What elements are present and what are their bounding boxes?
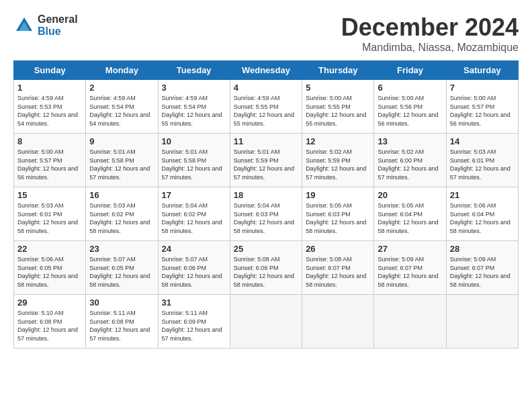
calendar-cell: 12Sunrise: 5:02 AMSunset: 5:59 PMDayligh…: [302, 134, 374, 187]
day-header: Thursday: [302, 61, 374, 80]
day-number: 29: [17, 298, 82, 308]
cell-content: Sunrise: 5:04 AMSunset: 6:03 PMDaylight:…: [234, 202, 294, 234]
cell-content: Sunrise: 5:01 AMSunset: 5:58 PMDaylight:…: [89, 148, 150, 181]
header-section: General Blue December 2024 Mandimba, Nia…: [13, 13, 519, 54]
calendar-cell: 16Sunrise: 5:03 AMSunset: 6:02 PMDayligh…: [86, 187, 158, 241]
calendar-cell: 3Sunrise: 4:59 AMSunset: 5:54 PMDaylight…: [158, 80, 230, 134]
day-number: 28: [450, 244, 515, 254]
calendar-cell: 28Sunrise: 5:09 AMSunset: 6:07 PMDayligh…: [446, 241, 518, 295]
day-header: Monday: [86, 61, 158, 80]
day-number: 1: [17, 83, 82, 93]
cell-content: Sunrise: 4:59 AMSunset: 5:53 PMDaylight:…: [17, 95, 78, 127]
calendar-week-row: 29Sunrise: 5:10 AMSunset: 6:08 PMDayligh…: [14, 295, 519, 349]
logo-icon: [13, 15, 35, 36]
location-title: Mandimba, Niassa, Mozambique: [341, 42, 519, 54]
day-header: Tuesday: [158, 61, 230, 80]
day-number: 5: [306, 83, 370, 93]
calendar-week-row: 15Sunrise: 5:03 AMSunset: 6:01 PMDayligh…: [14, 187, 519, 241]
calendar-cell: 2Sunrise: 4:59 AMSunset: 5:54 PMDaylight…: [86, 80, 158, 134]
calendar-cell: [446, 295, 518, 349]
calendar-cell: 20Sunrise: 5:05 AMSunset: 6:04 PMDayligh…: [374, 187, 446, 241]
calendar-cell: 8Sunrise: 5:00 AMSunset: 5:57 PMDaylight…: [14, 134, 86, 187]
calendar-week-row: 22Sunrise: 5:06 AMSunset: 6:05 PMDayligh…: [14, 241, 519, 295]
calendar-week-row: 8Sunrise: 5:00 AMSunset: 5:57 PMDaylight…: [14, 134, 519, 187]
day-number: 23: [89, 244, 154, 254]
calendar-week-row: 1Sunrise: 4:59 AMSunset: 5:53 PMDaylight…: [14, 80, 519, 134]
calendar-cell: 11Sunrise: 5:01 AMSunset: 5:59 PMDayligh…: [230, 134, 302, 187]
day-header: Wednesday: [230, 61, 302, 80]
cell-content: Sunrise: 5:02 AMSunset: 6:00 PMDaylight:…: [378, 148, 438, 181]
cell-content: Sunrise: 4:59 AMSunset: 5:54 PMDaylight:…: [162, 95, 222, 127]
calendar-cell: 7Sunrise: 5:00 AMSunset: 5:57 PMDaylight…: [446, 80, 518, 134]
day-number: 11: [234, 136, 298, 146]
day-number: 6: [378, 83, 442, 93]
cell-content: Sunrise: 5:04 AMSunset: 6:02 PMDaylight:…: [162, 202, 222, 234]
calendar-table: SundayMondayTuesdayWednesdayThursdayFrid…: [13, 60, 519, 349]
cell-content: Sunrise: 5:11 AMSunset: 6:08 PMDaylight:…: [89, 310, 150, 342]
calendar-cell: 18Sunrise: 5:04 AMSunset: 6:03 PMDayligh…: [230, 187, 302, 241]
day-number: 3: [162, 83, 226, 93]
day-number: 17: [162, 190, 226, 200]
cell-content: Sunrise: 5:01 AMSunset: 5:58 PMDaylight:…: [162, 148, 222, 181]
day-number: 26: [306, 244, 370, 254]
day-number: 21: [450, 190, 515, 200]
cell-content: Sunrise: 5:00 AMSunset: 5:55 PMDaylight:…: [306, 95, 366, 127]
calendar-cell: 25Sunrise: 5:08 AMSunset: 6:06 PMDayligh…: [230, 241, 302, 295]
calendar-cell: 29Sunrise: 5:10 AMSunset: 6:08 PMDayligh…: [14, 295, 86, 349]
day-number: 31: [162, 298, 226, 308]
calendar-cell: 31Sunrise: 5:11 AMSunset: 6:09 PMDayligh…: [158, 295, 230, 349]
calendar-cell: 10Sunrise: 5:01 AMSunset: 5:58 PMDayligh…: [158, 134, 230, 187]
calendar-cell: 15Sunrise: 5:03 AMSunset: 6:01 PMDayligh…: [14, 187, 86, 241]
day-number: 30: [89, 298, 154, 308]
cell-content: Sunrise: 5:01 AMSunset: 5:59 PMDaylight:…: [234, 148, 294, 181]
calendar-cell: 9Sunrise: 5:01 AMSunset: 5:58 PMDaylight…: [86, 134, 158, 187]
cell-content: Sunrise: 5:07 AMSunset: 6:05 PMDaylight:…: [89, 256, 150, 288]
calendar-cell: 21Sunrise: 5:06 AMSunset: 6:04 PMDayligh…: [446, 187, 518, 241]
day-header: Friday: [374, 61, 446, 80]
calendar-cell: 1Sunrise: 4:59 AMSunset: 5:53 PMDaylight…: [14, 80, 86, 134]
calendar-cell: 5Sunrise: 5:00 AMSunset: 5:55 PMDaylight…: [302, 80, 374, 134]
calendar-cell: 22Sunrise: 5:06 AMSunset: 6:05 PMDayligh…: [14, 241, 86, 295]
calendar-cell: 24Sunrise: 5:07 AMSunset: 6:06 PMDayligh…: [158, 241, 230, 295]
cell-content: Sunrise: 5:06 AMSunset: 6:04 PMDaylight:…: [450, 202, 511, 234]
day-number: 22: [17, 244, 82, 254]
cell-content: Sunrise: 5:00 AMSunset: 5:56 PMDaylight:…: [378, 95, 438, 127]
day-number: 10: [162, 136, 226, 146]
cell-content: Sunrise: 5:03 AMSunset: 6:02 PMDaylight:…: [89, 202, 150, 234]
title-section: December 2024 Mandimba, Niassa, Mozambiq…: [341, 13, 519, 54]
calendar-cell: 26Sunrise: 5:08 AMSunset: 6:07 PMDayligh…: [302, 241, 374, 295]
day-number: 24: [162, 244, 226, 254]
day-number: 19: [306, 190, 370, 200]
day-number: 20: [378, 190, 442, 200]
calendar-cell: 23Sunrise: 5:07 AMSunset: 6:05 PMDayligh…: [86, 241, 158, 295]
logo: General Blue: [13, 13, 78, 37]
day-number: 15: [17, 190, 82, 200]
day-number: 8: [17, 136, 82, 146]
calendar-cell: 4Sunrise: 4:59 AMSunset: 5:55 PMDaylight…: [230, 80, 302, 134]
header-row: SundayMondayTuesdayWednesdayThursdayFrid…: [14, 61, 519, 80]
cell-content: Sunrise: 5:00 AMSunset: 5:57 PMDaylight:…: [450, 95, 511, 127]
cell-content: Sunrise: 5:09 AMSunset: 6:07 PMDaylight:…: [378, 256, 438, 288]
day-number: 16: [89, 190, 154, 200]
day-header: Sunday: [14, 61, 86, 80]
cell-content: Sunrise: 5:05 AMSunset: 6:04 PMDaylight:…: [378, 202, 438, 234]
cell-content: Sunrise: 5:06 AMSunset: 6:05 PMDaylight:…: [17, 256, 78, 288]
calendar-cell: 19Sunrise: 5:05 AMSunset: 6:03 PMDayligh…: [302, 187, 374, 241]
calendar-cell: 30Sunrise: 5:11 AMSunset: 6:08 PMDayligh…: [86, 295, 158, 349]
day-number: 25: [234, 244, 298, 254]
day-number: 14: [450, 136, 515, 146]
cell-content: Sunrise: 5:09 AMSunset: 6:07 PMDaylight:…: [450, 256, 511, 288]
calendar-cell: 6Sunrise: 5:00 AMSunset: 5:56 PMDaylight…: [374, 80, 446, 134]
calendar-cell: [230, 295, 302, 349]
day-number: 12: [306, 136, 370, 146]
month-title: December 2024: [341, 13, 519, 42]
calendar-cell: 13Sunrise: 5:02 AMSunset: 6:00 PMDayligh…: [374, 134, 446, 187]
cell-content: Sunrise: 4:59 AMSunset: 5:54 PMDaylight:…: [89, 95, 150, 127]
day-number: 13: [378, 136, 442, 146]
calendar-cell: 27Sunrise: 5:09 AMSunset: 6:07 PMDayligh…: [374, 241, 446, 295]
day-header: Saturday: [446, 61, 518, 80]
cell-content: Sunrise: 5:10 AMSunset: 6:08 PMDaylight:…: [17, 310, 78, 342]
calendar-cell: 17Sunrise: 5:04 AMSunset: 6:02 PMDayligh…: [158, 187, 230, 241]
day-number: 18: [234, 190, 298, 200]
cell-content: Sunrise: 5:03 AMSunset: 6:01 PMDaylight:…: [17, 202, 78, 234]
